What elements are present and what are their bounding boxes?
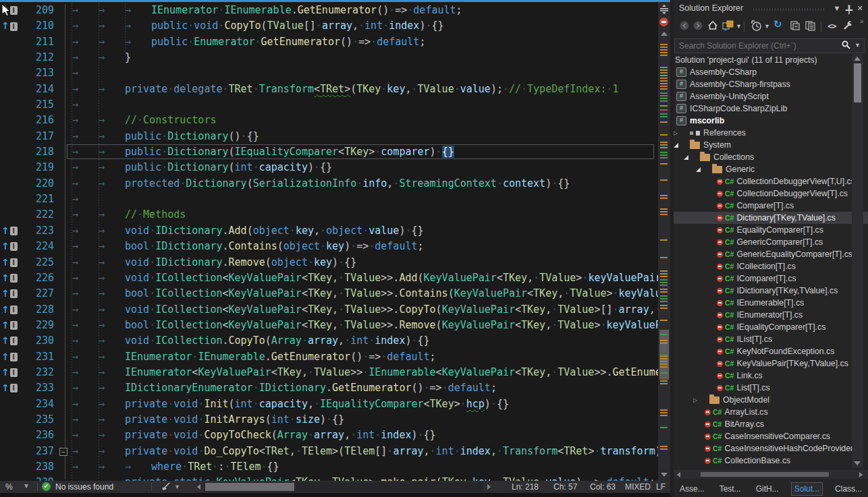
line-number[interactable]: 214 <box>20 82 55 97</box>
tree-collapsed-icon[interactable]: ▷ <box>674 130 683 136</box>
tree-row[interactable]: C#Dictionary[TKey,TValue].cs <box>674 212 868 224</box>
outline-margin[interactable] <box>55 459 72 475</box>
outline-margin[interactable] <box>55 333 72 349</box>
code-line[interactable]: ↑I228→→void·ICollection<KeyValuePair<TKe… <box>0 302 658 318</box>
panel-tab[interactable]: Class... <box>832 483 865 495</box>
properties-wrench-icon[interactable] <box>842 20 853 31</box>
outline-margin[interactable] <box>55 239 72 254</box>
tree-hscrollbar-thumb[interactable] <box>701 472 829 477</box>
tree-row[interactable]: #mscorlib <box>674 115 868 127</box>
code-line[interactable]: ↑I233→→IDictionaryEnumerator·IDictionary… <box>0 380 658 396</box>
tree-row[interactable]: C#IComparer[T].cs <box>674 272 868 285</box>
tree-expanded-icon[interactable] <box>684 155 693 160</box>
code-line[interactable]: ↑I223→→void·IDictionary.Add(object·key,·… <box>0 223 658 239</box>
tree-row[interactable]: #Assembly-CSharp-firstpass <box>674 78 868 90</box>
line-number[interactable]: 227 <box>20 286 55 301</box>
split-editor-handle-icon[interactable] <box>660 5 668 14</box>
code-line[interactable]: 211→→→public·Enumerator·GetEnumerator()·… <box>0 34 658 50</box>
tree-row[interactable]: #ICSharpCode.SharpZipLib <box>674 103 868 115</box>
code-line[interactable]: ↑I209→→→IEnumerator·IEnumerable.GetEnume… <box>0 3 658 18</box>
panel-tab[interactable]: Solut... <box>791 482 823 496</box>
line-number[interactable]: 222 <box>20 207 55 223</box>
tree-row[interactable]: C#IEnumerable[T].cs <box>674 297 868 309</box>
outline-margin[interactable] <box>55 365 72 380</box>
code-line[interactable]: ↑I227→→bool·ICollection<KeyValuePair<TKe… <box>0 286 658 301</box>
switch-views-icon[interactable] <box>722 20 734 31</box>
line-number[interactable]: 223 <box>20 223 55 239</box>
scroll-up-arrow-icon[interactable] <box>661 32 668 36</box>
tree-row[interactable]: C#CaseInsensitiveComparer.cs <box>674 430 868 442</box>
tree-row[interactable]: C#GenericComparer[T].cs <box>674 236 868 248</box>
outline-margin[interactable] <box>55 475 72 481</box>
scroll-down-arrow-icon[interactable] <box>661 473 668 477</box>
document-health-error-icon[interactable] <box>659 18 668 26</box>
outline-margin[interactable] <box>55 349 72 365</box>
tree-row[interactable]: C#KeyValuePair[TKey,TValue].cs <box>674 357 868 370</box>
code-line[interactable]: 236→→private·void·CopyToCheck(Array·arra… <box>0 428 658 443</box>
line-number[interactable]: 221 <box>20 192 55 207</box>
outline-margin[interactable] <box>55 113 72 128</box>
tree-collapsed-icon[interactable]: ▷ <box>693 397 703 403</box>
tree-row[interactable]: ▷ObjectModel <box>674 394 868 406</box>
outline-margin[interactable] <box>55 270 72 286</box>
tree-row[interactable]: Generic <box>674 163 868 175</box>
code-line[interactable]: 238→→→where·TRet·:·TElem·{} <box>0 459 658 475</box>
outline-margin[interactable] <box>55 129 72 144</box>
tree-row[interactable]: C#GenericEqualityComparer[T].cs <box>674 248 868 260</box>
search-icon[interactable] <box>842 40 850 49</box>
tree-row[interactable]: C#IList[T].cs <box>674 333 868 345</box>
code-line[interactable]: ↑I224→→bool·IDictionary.Contains(object·… <box>0 239 658 254</box>
code-line[interactable]: 213→ <box>0 65 658 81</box>
editor-vertical-scrollbar[interactable] <box>658 2 670 481</box>
code-line[interactable]: ↑I226→→void·ICollection<KeyValuePair<TKe… <box>0 270 658 286</box>
refresh-icon[interactable]: ↻ <box>774 18 782 30</box>
collapse-all-icon[interactable] <box>790 20 801 31</box>
tree-row[interactable]: C#KeyNotFoundException.cs <box>674 345 868 357</box>
code-line[interactable]: 217→→public·Dictionary()·{} <box>0 129 658 144</box>
line-number[interactable]: 217 <box>20 129 55 144</box>
line-number[interactable]: 235 <box>20 412 55 428</box>
code-line[interactable]: 235→→private·void·InitArrays(int·size)·{… <box>0 412 658 428</box>
zoom-control[interactable]: % <box>5 482 13 492</box>
horizontal-scrollbar[interactable] <box>204 482 483 492</box>
tree-row[interactable]: C#ArrayList.cs <box>674 406 868 418</box>
search-input[interactable] <box>675 39 833 52</box>
code-line[interactable]: ↑I231→→IEnumerator·IEnumerable.GetEnumer… <box>0 349 658 365</box>
code-line[interactable]: 234→→private·void·Init(int·capacity,·IEq… <box>0 397 658 412</box>
pending-changes-dropdown-icon[interactable]: ▼ <box>764 23 770 30</box>
pin-icon[interactable] <box>844 4 855 15</box>
pending-changes-clock-icon[interactable] <box>751 20 761 31</box>
line-number[interactable]: 226 <box>20 270 55 286</box>
line-number[interactable]: 215 <box>20 97 55 113</box>
line-number[interactable]: 210 <box>20 18 55 34</box>
code-line[interactable]: ↑I210→→→public·void·CopyTo(TValue[]·arra… <box>0 18 658 34</box>
back-icon[interactable] <box>679 20 690 31</box>
tree-row[interactable]: Solution 'project-gui' (11 of 11 project… <box>674 54 868 66</box>
tree-row[interactable]: #Assembly-CSharp <box>674 66 868 78</box>
outline-margin[interactable] <box>55 18 72 34</box>
line-number[interactable]: 225 <box>20 255 55 270</box>
tree-row[interactable]: C#CollectionDebuggerView[T].cs <box>674 187 868 200</box>
implements-gutter-icon[interactable]: ↑I <box>0 255 20 270</box>
panel-tab[interactable]: Test... <box>717 483 744 495</box>
outline-margin[interactable] <box>55 286 72 301</box>
forward-icon[interactable] <box>693 20 703 31</box>
close-icon[interactable]: ✕ <box>855 3 865 13</box>
tree-row[interactable]: #Assembly-UnityScript <box>674 90 868 103</box>
outline-margin[interactable] <box>55 65 72 81</box>
code-line[interactable]: 212→→} <box>0 50 658 65</box>
tree-expanded-icon[interactable] <box>674 143 683 148</box>
implements-gutter-icon[interactable]: ↑I <box>0 223 20 239</box>
line-number[interactable]: 236 <box>20 428 55 443</box>
code-line[interactable]: 216→→//·Constructors <box>0 113 658 128</box>
line-number[interactable]: 209 <box>20 3 55 18</box>
outline-margin[interactable] <box>55 176 72 192</box>
zoom-dropdown-icon[interactable]: ▼ <box>23 482 30 490</box>
tree-row[interactable]: C#Link.cs <box>674 370 868 382</box>
code-line[interactable]: 218→→public·Dictionary(IEqualityComparer… <box>0 144 658 160</box>
outline-margin[interactable] <box>55 97 72 113</box>
tree-row[interactable]: C#EqualityComparer[T].cs <box>674 224 868 236</box>
code-line[interactable]: 215→ <box>0 97 658 113</box>
line-number[interactable]: 211 <box>20 34 55 50</box>
line-number[interactable]: 232 <box>20 365 55 380</box>
